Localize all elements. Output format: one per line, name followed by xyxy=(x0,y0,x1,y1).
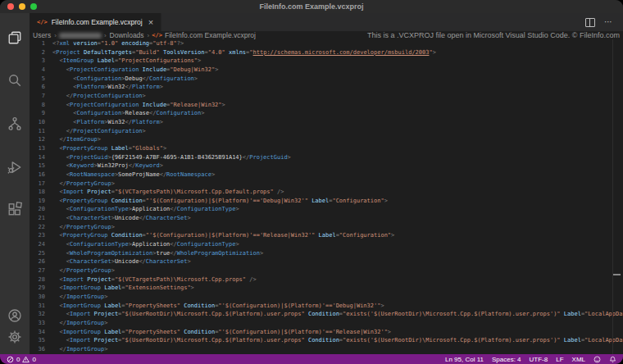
code-editor[interactable]: 1<?xml version="1.0" encoding="utf-8"?>2… xyxy=(30,39,623,354)
code-line[interactable]: 34 <ImportGroup Label="PropertySheets" C… xyxy=(30,328,623,337)
code-text: </ImportGroup> xyxy=(45,293,107,302)
code-line[interactable]: 18 <Import Project="$(VCTargetsPath)\Mic… xyxy=(30,188,623,197)
fileinfo-watermark: This is a .VCXPROJ file open in Microsof… xyxy=(367,31,620,39)
code-text: <WholeProgramOptimization>true</WholePro… xyxy=(45,249,263,258)
breadcrumb-item-users[interactable]: Users xyxy=(32,31,52,39)
code-line[interactable]: 9 <Configuration>Release</Configuration> xyxy=(30,109,623,118)
code-line[interactable]: 28 <Import Project="$(VCTargetsPath)\Mic… xyxy=(30,275,623,284)
line-number: 5 xyxy=(30,75,45,84)
code-line[interactable]: 19 <PropertyGroup Condition="'$(Configur… xyxy=(30,197,623,206)
minimize-window-button[interactable] xyxy=(19,3,25,10)
code-line[interactable]: 3 <ItemGroup Label="ProjectConfiguration… xyxy=(30,57,623,66)
split-editor-icon[interactable] xyxy=(585,18,595,27)
line-number: 9 xyxy=(30,109,45,118)
chevron-right-icon: › xyxy=(104,32,107,39)
line-number: 25 xyxy=(30,249,45,258)
code-line[interactable]: 13 <PropertyGroup Label="Globals"> xyxy=(30,144,623,153)
line-number: 1 xyxy=(30,39,45,48)
code-line[interactable]: 11 </ProjectConfiguration> xyxy=(30,127,623,136)
search-icon[interactable] xyxy=(7,73,22,88)
code-text: </ImportGroup> xyxy=(45,345,107,354)
code-line[interactable]: 6 <Platform>Win32</Platform> xyxy=(30,83,623,92)
breadcrumb: Users › › Downloads › </> FileInfo.com E… xyxy=(30,31,623,39)
code-line[interactable]: 15 <Keyword>Win32Proj</Keyword> xyxy=(30,162,623,171)
code-line[interactable]: 35 <Import Project="$(UserRootDir)\Micro… xyxy=(30,336,623,345)
code-line[interactable]: 20 <ConfigurationType>Application</Confi… xyxy=(30,205,623,214)
code-line[interactable]: 27 </PropertyGroup> xyxy=(30,266,623,275)
warning-icon xyxy=(22,356,30,363)
explorer-icon[interactable] xyxy=(7,30,22,45)
extensions-icon[interactable] xyxy=(7,202,22,216)
close-window-button[interactable] xyxy=(7,3,14,10)
code-line[interactable]: 29 <ImportGroup Label="ExtensionSettings… xyxy=(30,284,623,293)
code-text: </PropertyGroup> xyxy=(45,266,115,275)
code-line[interactable]: 26 <CharacterSet>Unicode</CharacterSet> xyxy=(30,257,623,266)
line-number: 31 xyxy=(30,302,45,311)
account-icon[interactable] xyxy=(7,308,22,323)
code-line[interactable]: 2<Project DefaultTargets="Build" ToolsVe… xyxy=(30,48,623,57)
code-line[interactable]: 14 <ProjectGuid>{96F21549-A7BF-4695-A1B1… xyxy=(30,153,623,162)
code-text: <Import Project="$(UserRootDir)\Microsof… xyxy=(45,310,623,319)
overview-ruler-cursor-mark xyxy=(613,274,621,275)
window-title: FileInfo.com Example.vcxproj xyxy=(259,0,363,13)
code-line[interactable]: 23 <PropertyGroup Condition="'$(Configur… xyxy=(30,231,623,240)
notifications-bell-icon[interactable] xyxy=(609,356,616,363)
code-text: <Platform>Win32</Platform> xyxy=(45,83,163,92)
code-line[interactable]: 24 <ConfigurationType>Application</Confi… xyxy=(30,240,623,249)
breadcrumb-item-username-redacted[interactable] xyxy=(59,33,102,39)
error-icon xyxy=(7,356,14,363)
code-text: </PropertyGroup> xyxy=(45,180,115,189)
line-number: 7 xyxy=(30,92,45,101)
line-number: 11 xyxy=(30,127,45,136)
breadcrumb-item-downloads[interactable]: Downloads xyxy=(109,31,145,39)
line-number: 8 xyxy=(30,101,45,110)
eol-setting[interactable]: LF xyxy=(556,356,563,363)
code-line[interactable]: 16 <RootNamespace>SomeProjName</RootName… xyxy=(30,171,623,180)
feedback-smiley-icon[interactable] xyxy=(593,356,601,363)
line-number: 13 xyxy=(30,144,45,153)
tab-close-icon[interactable]: × xyxy=(148,18,153,27)
indentation-setting[interactable]: Spaces: 4 xyxy=(492,356,521,363)
code-text: <PropertyGroup Label="Globals"> xyxy=(45,144,166,153)
zoom-window-button[interactable] xyxy=(30,3,37,10)
encoding-setting[interactable]: UTF-8 xyxy=(530,356,548,363)
tab-bar: </> FileInfo.com Example.vcxproj × ⋯ xyxy=(30,13,623,31)
line-number: 33 xyxy=(30,319,45,328)
code-line[interactable]: 22 </PropertyGroup> xyxy=(30,223,623,232)
code-line[interactable]: 21 <CharacterSet>Unicode</CharacterSet> xyxy=(30,214,623,223)
code-line[interactable]: 17 </PropertyGroup> xyxy=(30,180,623,189)
code-line[interactable]: 30 </ImportGroup> xyxy=(30,293,623,302)
line-number: 20 xyxy=(30,205,45,214)
more-actions-icon[interactable]: ⋯ xyxy=(604,18,613,26)
source-control-icon[interactable] xyxy=(7,116,22,131)
breadcrumb-item-file[interactable]: </> FileInfo.com Example.vcxproj xyxy=(152,31,256,39)
code-line[interactable]: 33 </ImportGroup> xyxy=(30,319,623,328)
code-line[interactable]: 8 <ProjectConfiguration Include="Release… xyxy=(30,101,623,110)
code-line[interactable]: 7 </ProjectConfiguration> xyxy=(30,92,623,101)
code-line[interactable]: 36 </ImportGroup> xyxy=(30,345,623,354)
problems-indicator[interactable]: 0 0 xyxy=(7,356,36,363)
status-bar: 0 0 Ln 95, Col 11 Spaces: 4 UTF-8 LF XML xyxy=(0,354,623,364)
code-line[interactable]: 32 <Import Project="$(UserRootDir)\Micro… xyxy=(30,310,623,319)
line-number: 30 xyxy=(30,293,45,302)
code-text: <Keyword>Win32Proj</Keyword> xyxy=(45,162,163,171)
settings-gear-icon[interactable] xyxy=(7,330,22,344)
code-text: <ProjectConfiguration Include="Release|W… xyxy=(45,101,225,110)
code-text: <Import Project="$(VCTargetsPath)\Micros… xyxy=(45,275,257,284)
tab-vcxproj-file[interactable]: </> FileInfo.com Example.vcxproj × xyxy=(30,13,161,31)
language-mode[interactable]: XML xyxy=(572,356,585,363)
code-line[interactable]: 5 <Configuration>Debug</Configuration> xyxy=(30,75,623,84)
code-line[interactable]: 10 <Platform>Win32</Platform> xyxy=(30,118,623,127)
run-and-debug-icon[interactable] xyxy=(7,160,22,175)
code-line[interactable]: 31 <ImportGroup Label="PropertySheets" C… xyxy=(30,302,623,311)
breadcrumb-file-label: FileInfo.com Example.vcxproj xyxy=(165,31,256,39)
code-line[interactable]: 25 <WholeProgramOptimization>true</Whole… xyxy=(30,249,623,258)
scrollbar-track[interactable] xyxy=(612,39,613,354)
code-text: <?xml version="1.0" encoding="utf-8"?> xyxy=(45,39,184,48)
code-line[interactable]: 4 <ProjectConfiguration Include="Debug|W… xyxy=(30,66,623,75)
cursor-position[interactable]: Ln 95, Col 11 xyxy=(445,356,484,363)
code-text: <Configuration>Debug</Configuration> xyxy=(45,75,198,84)
code-text: <ImportGroup Label="PropertySheets" Cond… xyxy=(45,328,391,337)
code-line[interactable]: 12 </ItemGroup> xyxy=(30,135,623,144)
code-line[interactable]: 1<?xml version="1.0" encoding="utf-8"?> xyxy=(30,39,623,48)
